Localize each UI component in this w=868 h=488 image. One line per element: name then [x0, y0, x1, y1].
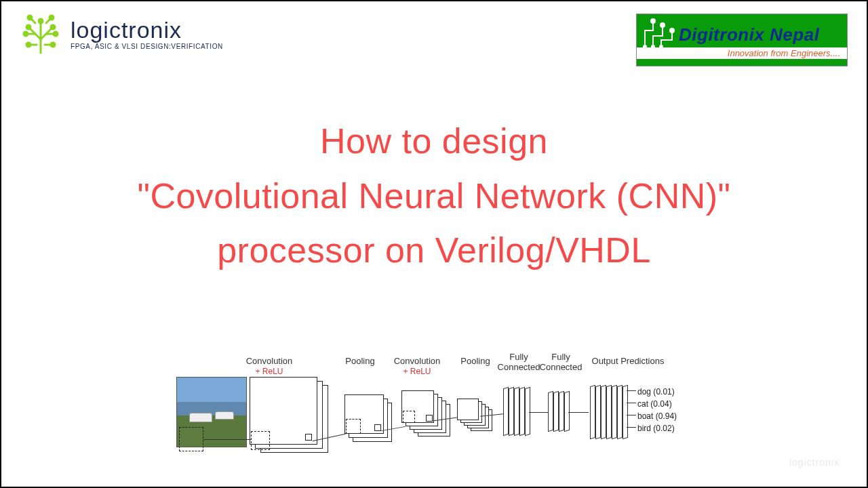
fmap-pool2: [457, 399, 479, 420]
svg-point-12: [644, 45, 646, 48]
header: logictronix FPGA, ASIC & VLSI Design:Ver…: [1, 1, 867, 66]
svg-point-3: [24, 32, 28, 36]
main-title: How to design "Covolutional Neural Netwo…: [1, 114, 867, 278]
label-conv2: Convolution + ReLU: [387, 357, 448, 377]
pred-2: boat (0.94): [637, 411, 677, 422]
svg-point-4: [54, 32, 58, 36]
circuit-tree-icon: [20, 14, 61, 54]
receptive-field-1: [179, 427, 203, 451]
svg-point-0: [26, 25, 31, 29]
logictronix-logo: logictronix FPGA, ASIC & VLSI Design:Ver…: [20, 14, 223, 54]
label-conv1: Convolution + ReLU: [239, 357, 300, 377]
title-line-3: processor on Verilog/VHDL: [15, 223, 853, 278]
logictronix-subtitle: FPGA, ASIC & VLSI Design:Verification: [71, 43, 223, 50]
title-line-2: "Covolutional Neural Network (CNN)": [15, 169, 853, 224]
svg-point-1: [51, 25, 55, 29]
label-pool1: Pooling: [330, 357, 391, 367]
pred-0: dog (0.01): [637, 386, 675, 397]
svg-point-14: [660, 45, 663, 48]
pcb-icon: [639, 17, 680, 49]
title-line-1: How to design: [15, 114, 853, 169]
svg-point-5: [26, 43, 31, 47]
svg-point-13: [652, 45, 654, 48]
svg-point-8: [28, 16, 32, 20]
svg-point-2: [39, 19, 43, 23]
svg-point-7: [50, 16, 54, 20]
logictronix-word: logictronix: [71, 18, 223, 43]
digitronix-logo: Digitronix Nepal Innovation from Enginee…: [636, 14, 848, 66]
watermark: logictronix: [789, 457, 840, 468]
cnn-pipeline-diagram: Convolution + ReLU Pooling Convolution +…: [176, 350, 692, 472]
label-output: Output Predictions: [580, 357, 675, 367]
logictronix-text: logictronix FPGA, ASIC & VLSI Design:Ver…: [71, 18, 223, 50]
pred-1: cat (0.04): [637, 399, 672, 409]
svg-point-11: [670, 28, 674, 33]
svg-point-6: [51, 43, 55, 47]
svg-point-9: [651, 19, 655, 23]
digitronix-title: Digitronix Nepal: [679, 24, 842, 45]
pred-3: bird (0.02): [637, 423, 675, 434]
svg-point-10: [660, 23, 665, 27]
